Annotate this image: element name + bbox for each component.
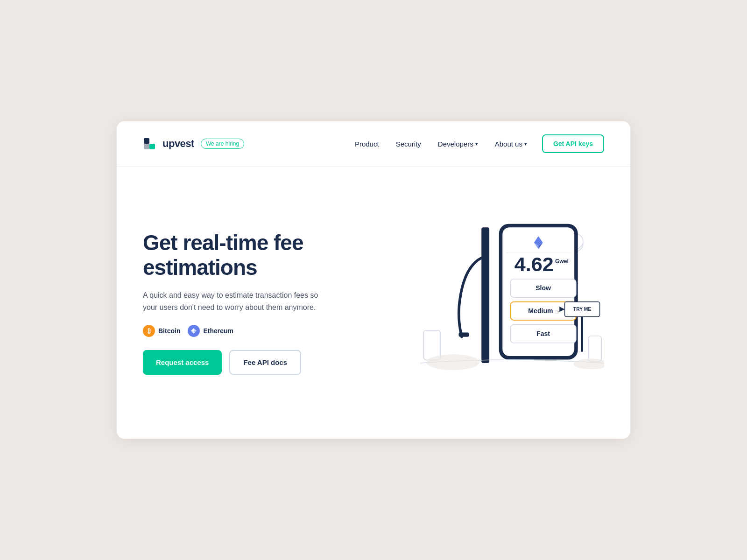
- hero-illustration: 4.62 Gwei Slow Medium ☞ Fast: [376, 205, 604, 401]
- illustration-svg: 4.62 Gwei Slow Medium ☞ Fast: [376, 214, 604, 389]
- bitcoin-badge: ₿ Bitcoin: [143, 325, 180, 337]
- nav-product[interactable]: Product: [355, 140, 379, 148]
- get-api-keys-button[interactable]: Get API keys: [542, 134, 604, 153]
- svg-point-34: [573, 358, 604, 369]
- svg-rect-32: [588, 336, 601, 361]
- ethereum-badge: Ethereum: [188, 325, 233, 337]
- hero-buttons: Request access Fee API docs: [143, 350, 358, 375]
- page-card: upvest We are hiring Product Security De…: [117, 121, 630, 439]
- logo-area: upvest We are hiring: [143, 137, 244, 150]
- hiring-badge: We are hiring: [201, 139, 244, 149]
- svg-text:4.62: 4.62: [514, 253, 554, 275]
- request-access-button[interactable]: Request access: [143, 350, 222, 375]
- svg-text:Gwei: Gwei: [555, 258, 569, 265]
- hero-section: Get real-time fee estimations A quick an…: [117, 167, 630, 439]
- chevron-down-icon: ▾: [524, 141, 527, 147]
- svg-rect-0: [144, 138, 149, 144]
- svg-marker-4: [191, 328, 194, 332]
- svg-point-33: [427, 354, 479, 370]
- svg-text:Medium: Medium: [528, 307, 553, 315]
- hero-description: A quick and easy way to estimate transac…: [143, 289, 320, 314]
- svg-rect-30: [581, 316, 583, 351]
- svg-marker-3: [194, 328, 197, 332]
- ethereum-label: Ethereum: [203, 327, 233, 335]
- svg-text:TRY ME: TRY ME: [573, 307, 592, 312]
- chevron-down-icon: ▾: [475, 141, 478, 147]
- svg-text:Slow: Slow: [536, 284, 551, 292]
- svg-text:Fast: Fast: [536, 330, 550, 337]
- svg-rect-11: [458, 332, 469, 336]
- fee-api-docs-button[interactable]: Fee API docs: [229, 350, 301, 375]
- hero-left: Get real-time fee estimations A quick an…: [143, 231, 358, 375]
- svg-rect-31: [423, 330, 440, 360]
- nav-security[interactable]: Security: [396, 140, 421, 148]
- bitcoin-label: Bitcoin: [158, 327, 180, 335]
- svg-rect-2: [144, 144, 149, 149]
- nav-about[interactable]: About us ▾: [495, 140, 527, 148]
- svg-rect-1: [149, 144, 155, 149]
- coin-badges: ₿ Bitcoin Ethereum: [143, 325, 358, 337]
- fee-widget-illustration: 4.62 Gwei Slow Medium ☞ Fast: [376, 214, 604, 391]
- logo-text: upvest: [162, 138, 194, 150]
- navbar: upvest We are hiring Product Security De…: [117, 121, 630, 167]
- logo-icon: [143, 137, 156, 150]
- ethereum-icon: [188, 325, 200, 337]
- svg-rect-10: [481, 227, 489, 363]
- hero-title: Get real-time fee estimations: [143, 231, 358, 280]
- nav-links: Product Security Developers ▾ About us ▾: [355, 140, 527, 148]
- bitcoin-icon: ₿: [143, 325, 155, 337]
- nav-developers[interactable]: Developers ▾: [438, 140, 478, 148]
